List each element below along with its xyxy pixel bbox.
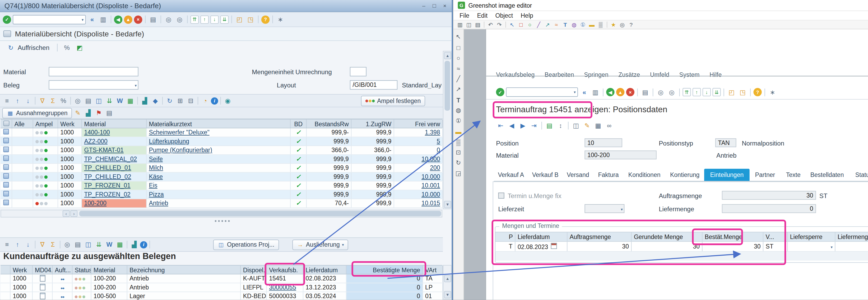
- flag-icon[interactable]: ⚑: [94, 108, 103, 118]
- table-row[interactable]: 1000 AZ2-000 Lüfterkupplung 999,9 999,9 …: [1, 137, 442, 146]
- kurztext-link[interactable]: Antrieb: [149, 200, 168, 206]
- kurztext-link[interactable]: Lüfterkupplung: [149, 138, 189, 144]
- freehand-icon[interactable]: ≈: [553, 21, 560, 29]
- filter-icon[interactable]: ∇: [37, 96, 47, 105]
- column-header-freiverw[interactable]: Frei verw: [394, 120, 443, 128]
- freiverw-link[interactable]: 10.000: [422, 156, 440, 162]
- column-header-auft[interactable]: Auft...: [53, 266, 72, 274]
- separator[interactable]: [162, 97, 163, 105]
- column-header-v[interactable]: V...: [763, 232, 788, 241]
- prev-item-icon[interactable]: ◀: [507, 121, 517, 130]
- refresh-icon[interactable]: ↻: [165, 96, 175, 105]
- graphic-icon[interactable]: ◔: [200, 96, 210, 105]
- sum-icon[interactable]: Σ: [48, 240, 58, 249]
- schedule-row[interactable]: T 02.08.2023 30 30 30 ST ▾: [495, 242, 868, 252]
- ausnahmegruppen-button[interactable]: ▦ Ausnahmegruppen: [2, 107, 72, 118]
- tab-versand[interactable]: Versand: [562, 169, 593, 181]
- tab-konditionen[interactable]: Konditionen: [623, 169, 665, 181]
- find-icon[interactable]: ◎: [63, 240, 72, 249]
- find-icon[interactable]: ◎: [656, 88, 665, 97]
- material-field[interactable]: 100-200: [585, 151, 656, 160]
- scroll-down-icon[interactable]: ▼: [444, 201, 451, 208]
- material-link[interactable]: TP_CHILLED_01: [84, 164, 131, 171]
- separator[interactable]: [127, 241, 127, 248]
- md04-icon[interactable]: [40, 284, 45, 291]
- kurztext-link[interactable]: Milch: [149, 164, 163, 171]
- back-icon[interactable]: ◀: [606, 88, 614, 96]
- sort-asc-icon[interactable]: ↑: [13, 96, 22, 105]
- tab-verkauf-a[interactable]: Verkauf A: [494, 169, 528, 181]
- print-icon[interactable]: ▤: [474, 21, 482, 29]
- kurztext-link[interactable]: Eis: [149, 182, 157, 189]
- new-session-icon[interactable]: ◰: [235, 15, 244, 24]
- scroll-down-icon[interactable]: ▼: [444, 291, 451, 298]
- column-header-material[interactable]: Material: [82, 120, 147, 128]
- last-page-icon[interactable]: ⇊: [712, 88, 720, 96]
- menu-help[interactable]: Help: [517, 12, 537, 19]
- print-icon[interactable]: ▤: [84, 96, 93, 105]
- sap-titlebar[interactable]: Q74(1)/800 Materialübersicht (Dispoliste…: [0, 0, 452, 12]
- column-header-verkaufsb[interactable]: Verkaufsb.: [267, 266, 303, 274]
- separator[interactable]: [653, 88, 653, 96]
- crop-tool-icon[interactable]: ⊡: [454, 148, 462, 156]
- column-header-dispoel[interactable]: Dispoel.: [241, 266, 267, 274]
- customize-icon[interactable]: ∗: [276, 15, 285, 24]
- help-icon[interactable]: ?: [753, 88, 762, 96]
- chart-icon[interactable]: ▟: [84, 108, 93, 118]
- separator[interactable]: [541, 122, 542, 129]
- kurztext-link[interactable]: Scheinwerfer "Deluxe": [149, 129, 210, 135]
- separator[interactable]: [198, 97, 198, 105]
- find-next-icon[interactable]: ◎: [667, 88, 677, 97]
- order-icon[interactable]: [61, 295, 64, 299]
- separator[interactable]: [70, 97, 71, 105]
- scroll-up-icon[interactable]: ▲: [444, 275, 451, 282]
- column-header-material[interactable]: Material: [91, 266, 127, 274]
- sort-icon[interactable]: ↕: [556, 121, 565, 130]
- separator[interactable]: [603, 88, 603, 96]
- print-icon[interactable]: ▤: [641, 88, 650, 97]
- shortcut-icon[interactable]: ◳: [738, 88, 747, 97]
- speechbubble-icon[interactable]: ◍: [570, 21, 578, 29]
- tab-verkauf-b[interactable]: Verkauf B: [528, 169, 562, 181]
- cancel-icon[interactable]: ×: [626, 88, 634, 96]
- page-down-icon[interactable]: ↓: [703, 88, 711, 96]
- menu-edit[interactable]: Edit: [473, 12, 492, 19]
- calendar-icon[interactable]: [551, 243, 557, 249]
- menu-object[interactable]: Object: [492, 12, 517, 19]
- minimize-button[interactable]: –: [419, 2, 429, 10]
- export-icon[interactable]: ⇊: [94, 240, 103, 249]
- menu-file[interactable]: File: [456, 12, 473, 19]
- details-icon[interactable]: ≡: [2, 96, 12, 105]
- beleg-link[interactable]: 30000055: [269, 284, 296, 291]
- word-export-icon[interactable]: W: [105, 240, 114, 249]
- horizontal-scrollbar[interactable]: ‹ ›: [1, 210, 442, 218]
- separator[interactable]: [679, 88, 680, 96]
- separator[interactable]: [607, 22, 607, 28]
- tab-faktura[interactable]: Faktura: [593, 169, 623, 181]
- rect-icon[interactable]: □: [517, 21, 525, 29]
- glasses-icon[interactable]: ∞: [604, 121, 614, 130]
- save-icon[interactable]: ▥: [98, 15, 108, 24]
- export-icon[interactable]: ⇊: [105, 96, 114, 105]
- column-header-lieferdatum[interactable]: Lieferdatum: [516, 232, 567, 241]
- table-row[interactable]: 1000 100-500 Lager KD-BED 50000033 03.05…: [1, 292, 442, 300]
- print-icon[interactable]: ▤: [148, 15, 158, 24]
- vertical-scrollbar[interactable]: ▲ ▼: [443, 265, 452, 299]
- material-link[interactable]: 1400-100: [84, 129, 110, 135]
- collapse-icon[interactable]: ⊟: [186, 96, 195, 105]
- filter-icon[interactable]: ∇: [37, 240, 47, 249]
- separator[interactable]: [137, 97, 138, 105]
- highlight-icon[interactable]: ▬: [588, 21, 596, 29]
- separator[interactable]: [231, 15, 232, 23]
- separator[interactable]: [765, 88, 765, 96]
- table-row[interactable]: 1000 TP_FROZEN_01 Eis 999,9 999,9 10.001: [1, 181, 442, 191]
- material-link[interactable]: TP_FROZEN_02: [84, 191, 130, 198]
- globe-icon[interactable]: ◉: [223, 96, 232, 105]
- info-icon[interactable]: i: [211, 97, 218, 104]
- kurztext-link[interactable]: Pizza: [149, 191, 164, 198]
- separator[interactable]: [111, 15, 111, 23]
- scroll-left-icon[interactable]: ‹: [63, 210, 70, 217]
- find-next-icon[interactable]: ◎: [175, 15, 184, 24]
- back-icon[interactable]: ◀: [114, 15, 122, 24]
- separator[interactable]: [484, 22, 484, 28]
